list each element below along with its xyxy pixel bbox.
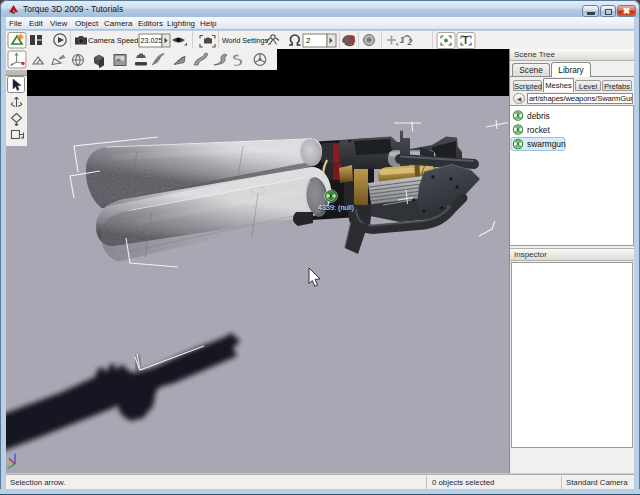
svg-text:2: 2 xyxy=(407,37,413,47)
svg-text:4339: (null): 4339: (null) xyxy=(318,203,354,212)
svg-text:World Settings: World Settings xyxy=(222,37,268,45)
svg-text:1: 1 xyxy=(400,35,405,45)
svg-text:debris: debris xyxy=(527,111,550,121)
svg-text:rocket: rocket xyxy=(527,125,550,135)
svg-text:swarmgun: swarmgun xyxy=(527,139,566,149)
svg-text:Camera Speed: Camera Speed xyxy=(88,36,138,45)
svg-text:23.025: 23.025 xyxy=(141,36,163,45)
svg-text:T: T xyxy=(463,35,469,46)
svg-text:2: 2 xyxy=(306,36,311,45)
